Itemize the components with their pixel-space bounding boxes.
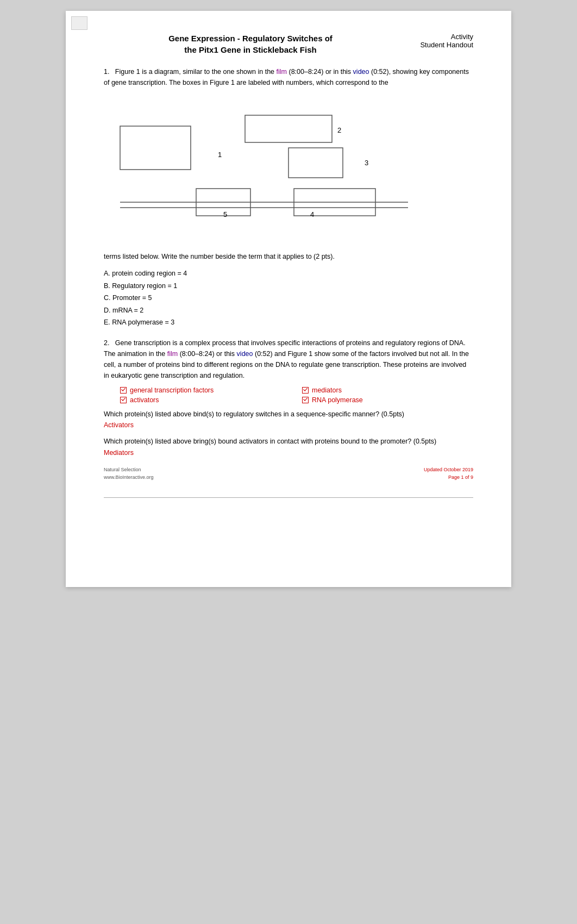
footer-right: Updated October 2019 Page 1 of 9 — [424, 466, 473, 481]
q2-text: 2. Gene transcription is a complex proce… — [104, 338, 473, 381]
question-2: 2. Gene transcription is a complex proce… — [104, 338, 473, 457]
document-page: Gene Expression - Regulatory Switches of… — [66, 11, 511, 587]
video-link-1[interactable]: video — [353, 68, 369, 76]
activity-block: Activity Student Handout — [397, 33, 473, 49]
diagram-label-1: 1 — [218, 151, 222, 159]
q1-text: 1. Figure 1 is a diagram, similar to the… — [104, 66, 473, 88]
film-link-2[interactable]: film — [167, 350, 178, 358]
cb-mediators: mediators — [302, 386, 473, 394]
answer-mediators: Mediators — [104, 449, 473, 457]
diagram-label-2: 2 — [337, 126, 341, 134]
page-divider — [104, 497, 473, 498]
answer-activators: Activators — [104, 421, 473, 429]
which-q2-text: Which protein(s) listed above bring(s) b… — [104, 436, 473, 447]
footer-page: Page 1 of 9 — [424, 474, 473, 482]
answer-d: D. mRNA = 2 — [104, 304, 473, 317]
video-link-2[interactable]: video — [237, 350, 253, 358]
document-title: Gene Expression - Regulatory Switches of… — [104, 33, 397, 55]
question-1: 1. Figure 1 is a diagram, similar to the… — [104, 66, 473, 329]
terms-text: terms listed below. Write the number bes… — [104, 251, 473, 262]
footer-updated: Updated October 2019 — [424, 466, 473, 474]
handout-label: Student Handout — [397, 41, 473, 49]
checkbox-icon-2 — [120, 397, 127, 403]
diagram-label-4: 4 — [310, 210, 314, 218]
diagram-svg — [104, 93, 473, 246]
svg-rect-0 — [120, 126, 191, 170]
cb-label-4: RNA polymerase — [312, 396, 363, 404]
diagram-label-3: 3 — [365, 159, 368, 167]
svg-rect-2 — [288, 148, 343, 178]
film-link-1[interactable]: film — [277, 68, 287, 76]
checkbox-icon-1 — [120, 387, 127, 394]
activity-label: Activity — [397, 33, 473, 41]
answer-a: A. protein coding region = 4 — [104, 267, 473, 280]
which-q1-text: Which protein(s) listed above bind(s) to… — [104, 409, 473, 420]
protein-list: general transcription factors mediators … — [120, 386, 473, 404]
cb-label-3: mediators — [312, 386, 342, 394]
footer-left: Natural Selection www.BioInteractive.org — [104, 466, 154, 481]
footer-website: www.BioInteractive.org — [104, 474, 154, 482]
cb-activators: activators — [120, 396, 291, 404]
answer-e: E. RNA polymerase = 3 — [104, 316, 473, 329]
answer-c: C. Promoter = 5 — [104, 292, 473, 304]
cb-rna-polymerase: RNA polymerase — [302, 396, 473, 404]
header: Gene Expression - Regulatory Switches of… — [104, 33, 473, 55]
figure-1-diagram: 1 2 3 4 5 — [104, 93, 473, 246]
checkbox-icon-3 — [302, 387, 309, 394]
checkbox-icon-4 — [302, 397, 309, 403]
diagram-label-5: 5 — [223, 210, 227, 218]
cb-label-1: general transcription factors — [130, 386, 214, 394]
title-block: Gene Expression - Regulatory Switches of… — [104, 33, 397, 55]
answer-b: B. Regulatory region = 1 — [104, 280, 473, 292]
cb-label-2: activators — [130, 396, 159, 404]
footer: Natural Selection www.BioInteractive.org… — [104, 466, 473, 481]
cb-general-transcription: general transcription factors — [120, 386, 291, 394]
q1-answers: A. protein coding region = 4 B. Regulato… — [104, 267, 473, 329]
svg-rect-1 — [245, 115, 332, 142]
corner-image — [71, 16, 87, 30]
footer-org: Natural Selection — [104, 466, 154, 474]
